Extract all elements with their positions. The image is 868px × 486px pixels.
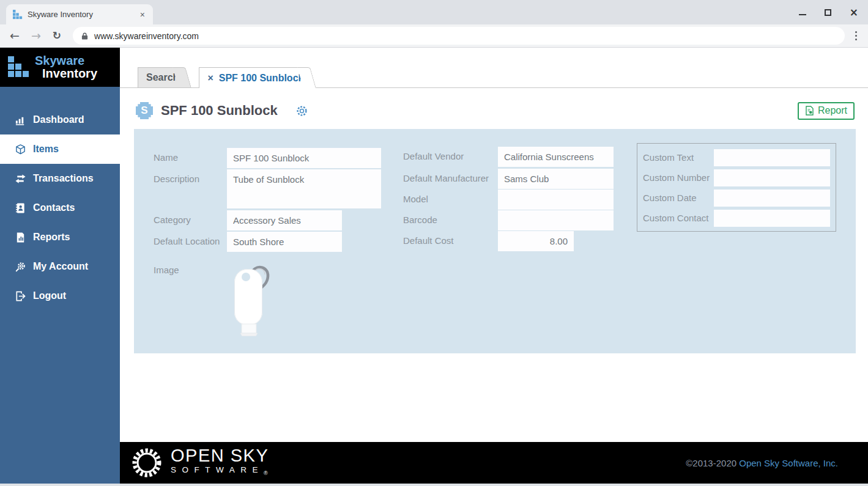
sidebar-item-items[interactable]: Items [0,134,120,164]
field-label-model: Model [403,190,498,210]
registered-mark: ® [264,470,268,476]
browser-tab-strip: Skyware Inventory × × [0,0,868,24]
gear-icon [14,260,26,273]
field-label-description: Description [154,169,227,208]
field-label-default-vendor: Default Vendor [403,147,498,167]
report-button-label: Report [818,105,847,116]
address-bar[interactable]: www.skywareinventory.com [73,27,845,45]
footer: OPEN SKY SOFTWARE® ©2013-2020 Open Sky S… [120,442,868,484]
lock-icon [81,32,88,40]
custom-fields-box: Custom Text Custom Number Custom Date Cu… [637,143,836,232]
report-document-icon [14,231,26,243]
settings-gear-icon[interactable] [295,105,308,117]
default-location-input[interactable] [227,232,342,252]
field-label-image: Image [154,260,227,339]
window-maximize-button[interactable] [825,9,831,16]
item-image-sunblock-bottle [227,260,282,339]
forward-icon: → [31,30,41,42]
logo-text-line1: Skyware [35,54,97,67]
sidebar-item-label: Reports [33,232,70,243]
sidebar: Skyware Inventory Dashboard Items [0,48,120,484]
report-button[interactable]: Report [798,102,855,120]
app-logo[interactable]: Skyware Inventory [0,48,120,87]
custom-date-input[interactable] [714,190,830,207]
field-label-barcode: Barcode [403,210,498,230]
field-label-custom-number: Custom Number [643,169,714,186]
favicon-blocks-icon [13,10,23,20]
footer-brand: OPEN SKY SOFTWARE® [171,447,269,479]
footer-copyright: ©2013-2020 Open Sky Software, Inc. [686,458,838,468]
sidebar-item-dashboard[interactable]: Dashboard [0,105,120,134]
url-text[interactable]: www.skywareinventory.com [94,31,199,41]
reload-icon[interactable]: ↻ [53,31,61,41]
logout-door-icon [14,290,26,302]
field-label-name: Name [154,148,227,168]
window-minimize-button[interactable] [799,14,806,15]
default-manufacturer-input[interactable] [498,169,614,189]
swap-arrows-icon [14,172,26,185]
browser-tab-title: Skyware Inventory [28,10,133,19]
field-label-default-location: Default Location [154,232,227,252]
browser-tab[interactable]: Skyware Inventory × [6,4,153,24]
tab-item-label: SPF 100 Sunblock [219,73,304,84]
sidebar-item-label: My Account [33,261,88,272]
tab-search-label: Search [146,72,179,83]
tab-close-icon[interactable]: × [207,73,213,84]
page-header: S SPF 100 Sunblock Report [136,98,868,123]
name-input[interactable] [227,148,381,168]
tab-search[interactable]: Search [138,67,182,87]
main-content: Search × SPF 100 Sunblock S SPF 100 Sunb… [120,48,868,484]
item-avatar: S [136,102,153,119]
sidebar-item-reports[interactable]: Reports [0,223,120,252]
item-detail-panel: Name Description Tube of Sunblock Catego… [134,129,856,353]
category-input[interactable] [227,210,342,230]
custom-contact-input[interactable] [714,210,830,227]
sidebar-item-contacts[interactable]: Contacts [0,193,120,223]
sidebar-item-logout[interactable]: Logout [0,281,120,311]
browser-toolbar: ← → ↻ www.skywareinventory.com [0,24,868,48]
tab-item-spf-100-sunblock[interactable]: × SPF 100 Sunblock [199,67,307,88]
field-label-default-cost: Default Cost [403,231,498,251]
footer-brand-line1: OPEN SKY [171,447,269,465]
bar-chart-icon [14,114,26,126]
address-book-icon [14,202,26,214]
sidebar-item-label: Contacts [33,202,75,213]
page-title: SPF 100 Sunblock [161,103,278,119]
custom-number-input[interactable] [714,169,830,186]
sidebar-item-my-account[interactable]: My Account [0,252,120,281]
window-close-button[interactable]: × [850,7,858,17]
model-input[interactable] [498,190,614,210]
footer-brand-line2: SOFTWARE® [171,465,269,479]
field-label-custom-text: Custom Text [643,149,714,166]
open-sky-sun-icon [131,447,163,479]
default-cost-input[interactable] [498,231,574,251]
description-textarea[interactable]: Tube of Sunblock [227,169,381,208]
sidebar-item-label: Transactions [33,173,94,184]
browser-menu-icon[interactable] [853,29,859,43]
browser-tab-close-icon[interactable]: × [138,10,147,20]
field-label-custom-date: Custom Date [643,190,714,207]
window-bottom-edge [0,484,868,486]
sidebar-item-label: Dashboard [33,114,84,125]
field-label-category: Category [154,210,227,230]
custom-text-input[interactable] [714,149,830,166]
sidebar-item-label: Items [33,144,59,155]
sidebar-item-label: Logout [33,290,66,301]
item-tab-bar: Search × SPF 100 Sunblock [120,67,868,88]
field-label-custom-contact: Custom Contact [643,210,714,227]
default-vendor-input[interactable] [498,147,614,167]
copyright-years: ©2013-2020 [686,458,736,468]
back-icon[interactable]: ← [10,30,20,42]
company-link[interactable]: Open Sky Software, Inc. [739,458,838,468]
cube-icon [14,143,26,155]
sidebar-item-transactions[interactable]: Transactions [0,164,120,193]
logo-blocks-icon [8,56,30,78]
field-label-default-manufacturer: Default Manufacturer [403,169,498,189]
report-doc-icon [805,106,814,116]
logo-text-line2: Inventory [35,67,97,80]
sidebar-nav: Dashboard Items Transactions [0,87,120,311]
barcode-input[interactable] [498,210,614,230]
